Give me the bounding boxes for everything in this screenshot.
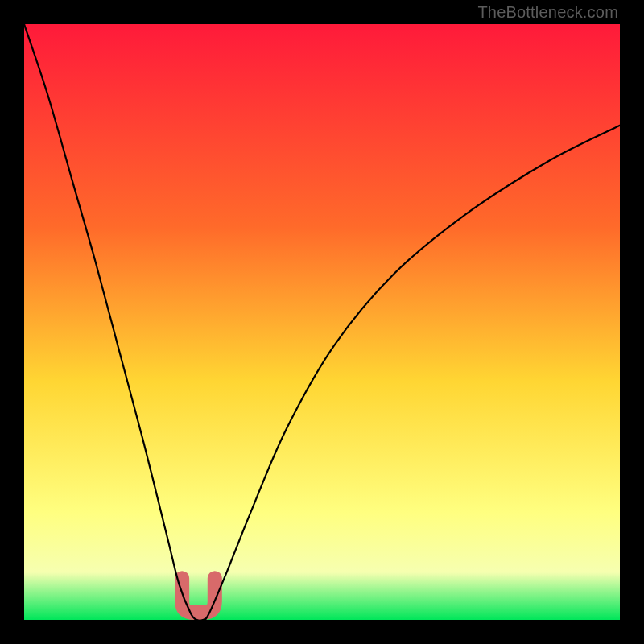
bottleneck-chart (24, 24, 620, 620)
watermark-text: TheBottleneck.com (477, 3, 618, 22)
gradient-background (24, 24, 620, 620)
chart-frame (24, 24, 620, 620)
